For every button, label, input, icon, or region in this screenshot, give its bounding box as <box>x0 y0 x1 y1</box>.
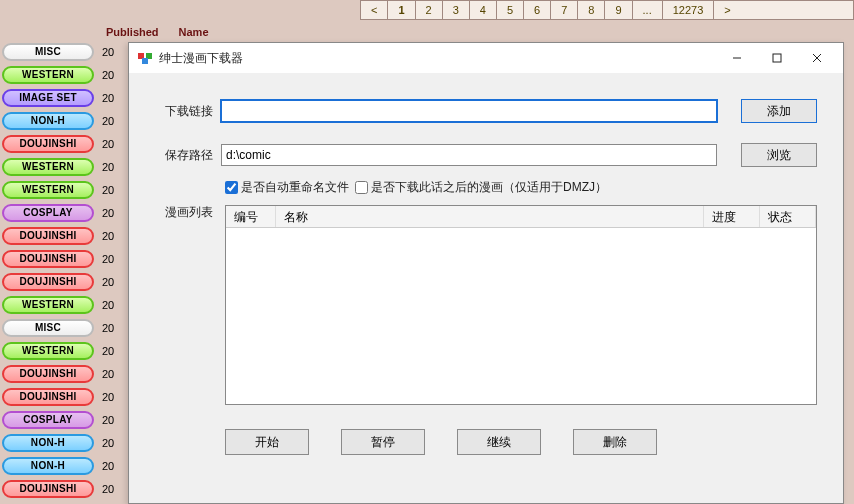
category-pill: COSPLAY <box>2 204 94 222</box>
col-status: 状态 <box>760 206 816 227</box>
category-pill: DOUJINSHI <box>2 135 94 153</box>
next-checkbox-label[interactable]: 是否下载此话之后的漫画（仅适用于DMZJ） <box>355 179 607 196</box>
year-text: 20 <box>102 345 114 357</box>
year-text: 20 <box>102 115 114 127</box>
page-3[interactable]: 3 <box>443 1 470 19</box>
page-4[interactable]: 4 <box>470 1 497 19</box>
category-pill: IMAGE SET <box>2 89 94 107</box>
rename-checkbox[interactable] <box>225 181 238 194</box>
add-button[interactable]: 添加 <box>741 99 817 123</box>
category-pill: DOUJINSHI <box>2 273 94 291</box>
category-pill: WESTERN <box>2 342 94 360</box>
rename-checkbox-label[interactable]: 是否自动重命名文件 <box>225 179 349 196</box>
category-pill: MISC <box>2 43 94 61</box>
dialog-title: 绅士漫画下载器 <box>159 50 717 67</box>
start-button[interactable]: 开始 <box>225 429 309 455</box>
pagination: < 123456789...12273> <box>360 0 854 20</box>
year-text: 20 <box>102 161 114 173</box>
next-checkbox-text: 是否下载此话之后的漫画（仅适用于DMZJ） <box>371 179 607 196</box>
page-prev[interactable]: < <box>361 1 388 19</box>
category-pill: NON-H <box>2 112 94 130</box>
page-8[interactable]: 8 <box>578 1 605 19</box>
browse-button[interactable]: 浏览 <box>741 143 817 167</box>
page-2[interactable]: 2 <box>416 1 443 19</box>
page-7[interactable]: 7 <box>551 1 578 19</box>
year-text: 20 <box>102 276 114 288</box>
manga-table[interactable]: 编号 名称 进度 状态 <box>225 205 817 405</box>
year-text: 20 <box>102 207 114 219</box>
category-pill: DOUJINSHI <box>2 227 94 245</box>
category-pill: WESTERN <box>2 296 94 314</box>
year-text: 20 <box>102 184 114 196</box>
category-pill: WESTERN <box>2 158 94 176</box>
page-ellipsis[interactable]: ... <box>633 1 663 19</box>
header-published: Published <box>106 26 159 38</box>
close-button[interactable] <box>797 44 837 72</box>
category-pill: DOUJINSHI <box>2 365 94 383</box>
rename-checkbox-text: 是否自动重命名文件 <box>241 179 349 196</box>
category-pill: DOUJINSHI <box>2 480 94 498</box>
svg-rect-2 <box>142 58 148 64</box>
year-text: 20 <box>102 46 114 58</box>
category-pill: COSPLAY <box>2 411 94 429</box>
year-text: 20 <box>102 69 114 81</box>
table-header: 编号 名称 进度 状态 <box>226 206 816 228</box>
path-input[interactable] <box>221 144 717 166</box>
next-checkbox[interactable] <box>355 181 368 194</box>
page-6[interactable]: 6 <box>524 1 551 19</box>
col-name: 名称 <box>276 206 704 227</box>
url-label: 下载链接 <box>165 103 221 120</box>
delete-button[interactable]: 删除 <box>573 429 657 455</box>
page-5[interactable]: 5 <box>497 1 524 19</box>
url-input[interactable] <box>221 100 717 122</box>
downloader-dialog: 绅士漫画下载器 下载链接 添加 保存路径 浏览 是否自动重命名文件 是否下载此话… <box>128 42 844 504</box>
category-pill: NON-H <box>2 434 94 452</box>
minimize-button[interactable] <box>717 44 757 72</box>
year-text: 20 <box>102 368 114 380</box>
titlebar: 绅士漫画下载器 <box>129 43 843 73</box>
year-text: 20 <box>102 253 114 265</box>
page-1[interactable]: 1 <box>388 1 415 19</box>
page-next[interactable]: > <box>714 1 740 19</box>
category-pill: DOUJINSHI <box>2 250 94 268</box>
path-label: 保存路径 <box>165 147 221 164</box>
year-text: 20 <box>102 138 114 150</box>
category-pill: NON-H <box>2 457 94 475</box>
year-text: 20 <box>102 322 114 334</box>
app-icon <box>137 50 153 66</box>
year-text: 20 <box>102 414 114 426</box>
category-pill: MISC <box>2 319 94 337</box>
year-text: 20 <box>102 391 114 403</box>
page-last[interactable]: 12273 <box>663 1 715 19</box>
year-text: 20 <box>102 460 114 472</box>
col-progress: 进度 <box>704 206 760 227</box>
year-text: 20 <box>102 92 114 104</box>
category-pill: WESTERN <box>2 181 94 199</box>
year-text: 20 <box>102 299 114 311</box>
year-text: 20 <box>102 437 114 449</box>
year-text: 20 <box>102 230 114 242</box>
year-text: 20 <box>102 483 114 495</box>
header-name: Name <box>179 26 209 38</box>
category-pill: DOUJINSHI <box>2 388 94 406</box>
category-pill: WESTERN <box>2 66 94 84</box>
resume-button[interactable]: 继续 <box>457 429 541 455</box>
pause-button[interactable]: 暂停 <box>341 429 425 455</box>
maximize-button[interactable] <box>757 44 797 72</box>
page-9[interactable]: 9 <box>605 1 632 19</box>
svg-rect-4 <box>773 54 781 62</box>
col-num: 编号 <box>226 206 276 227</box>
